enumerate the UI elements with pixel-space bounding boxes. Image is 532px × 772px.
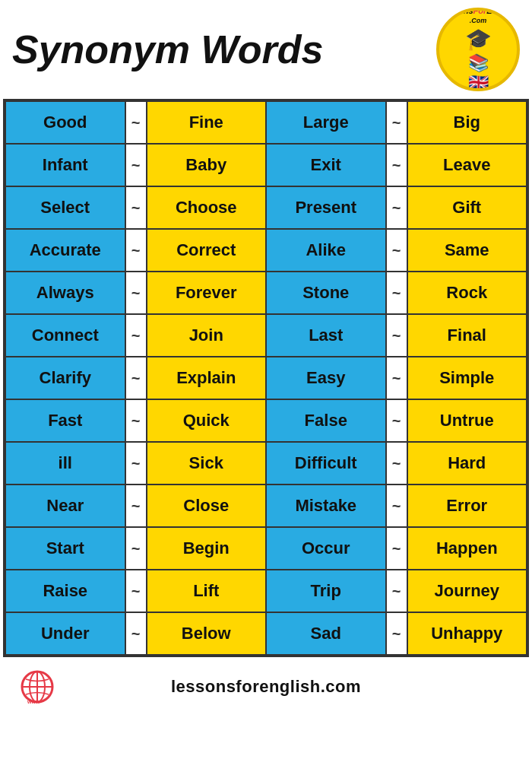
right-synonym: Unhappy [407, 612, 527, 655]
books-icon: 📚 [468, 53, 489, 73]
graduation-icon: 🎓 [465, 27, 492, 52]
left-word: Good [5, 101, 125, 144]
right-tilde: ~ [386, 186, 407, 229]
globe-icon: www [18, 668, 56, 706]
footer-url: lessonsforenglish.com [171, 677, 361, 697]
right-word: Present [266, 186, 386, 229]
right-word: Large [266, 101, 386, 144]
right-tilde: ~ [386, 144, 407, 186]
right-synonym: Untrue [407, 399, 527, 442]
left-word: Near [5, 484, 125, 527]
right-synonym: Happen [407, 527, 527, 570]
left-tilde: ~ [125, 272, 147, 314]
left-word: Infant [5, 144, 125, 186]
flag-icon: 🇬🇧 [468, 73, 489, 91]
left-word: Always [5, 272, 125, 314]
left-word: Start [5, 527, 125, 570]
right-tilde: ~ [386, 101, 407, 144]
header: Synonym Words LessonsForEnglish.Com 🎓 📚 … [0, 0, 532, 96]
right-tilde: ~ [386, 570, 407, 612]
left-tilde: ~ [125, 229, 147, 272]
right-tilde: ~ [386, 399, 407, 442]
left-synonym: Below [147, 612, 267, 655]
right-synonym: Gift [407, 186, 527, 229]
left-word: Connect [5, 314, 125, 357]
globe-svg: www [18, 668, 56, 706]
left-synonym: Sick [147, 442, 267, 484]
left-synonym: Quick [147, 399, 267, 442]
right-synonym: Same [407, 229, 527, 272]
left-word: ill [5, 442, 125, 484]
right-synonym: Big [407, 101, 527, 144]
left-word: Clarify [5, 357, 125, 399]
right-word: Exit [266, 144, 386, 186]
left-tilde: ~ [125, 527, 147, 570]
table-grid: Good~FineLarge~BigInfant~BabyExit~LeaveS… [5, 101, 527, 655]
left-tilde: ~ [125, 442, 147, 484]
right-synonym: Hard [407, 442, 527, 484]
left-synonym: Lift [147, 570, 267, 612]
left-synonym: Close [147, 484, 267, 527]
left-tilde: ~ [125, 144, 147, 186]
right-tilde: ~ [386, 612, 407, 655]
right-synonym: Journey [407, 570, 527, 612]
left-synonym: Fine [147, 101, 267, 144]
right-synonym: Simple [407, 357, 527, 399]
right-word: Alike [266, 229, 386, 272]
right-tilde: ~ [386, 229, 407, 272]
right-tilde: ~ [386, 314, 407, 357]
left-tilde: ~ [125, 612, 147, 655]
right-word: Trip [266, 570, 386, 612]
left-synonym: Join [147, 314, 267, 357]
right-tilde: ~ [386, 527, 407, 570]
right-word: False [266, 399, 386, 442]
left-word: Select [5, 186, 125, 229]
left-synonym: Choose [147, 186, 267, 229]
page-title: Synonym Words [12, 30, 323, 69]
right-synonym: Final [407, 314, 527, 357]
left-synonym: Begin [147, 527, 267, 570]
right-word: Stone [266, 272, 386, 314]
left-synonym: Forever [147, 272, 267, 314]
left-synonym: Baby [147, 144, 267, 186]
right-word: Mistake [266, 484, 386, 527]
left-word: Accurate [5, 229, 125, 272]
left-tilde: ~ [125, 570, 147, 612]
right-word: Easy [266, 357, 386, 399]
right-word: Occur [266, 527, 386, 570]
right-tilde: ~ [386, 442, 407, 484]
synonym-table: Good~FineLarge~BigInfant~BabyExit~LeaveS… [3, 99, 529, 657]
left-word: Fast [5, 399, 125, 442]
logo-text: LessonsForEnglish.Com [439, 8, 517, 25]
left-synonym: Explain [147, 357, 267, 399]
left-word: Raise [5, 570, 125, 612]
left-tilde: ~ [125, 357, 147, 399]
footer: www lessonsforenglish.com [3, 660, 529, 713]
left-tilde: ~ [125, 484, 147, 527]
svg-text:www: www [27, 699, 40, 704]
left-tilde: ~ [125, 186, 147, 229]
right-tilde: ~ [386, 357, 407, 399]
right-word: Difficult [266, 442, 386, 484]
right-synonym: Leave [407, 144, 527, 186]
left-word: Under [5, 612, 125, 655]
left-tilde: ~ [125, 314, 147, 357]
right-synonym: Error [407, 484, 527, 527]
logo: LessonsForEnglish.Com 🎓 📚 🇬🇧 [436, 8, 520, 91]
right-tilde: ~ [386, 484, 407, 527]
right-word: Last [266, 314, 386, 357]
left-synonym: Correct [147, 229, 267, 272]
left-tilde: ~ [125, 399, 147, 442]
right-word: Sad [266, 612, 386, 655]
left-tilde: ~ [125, 101, 147, 144]
right-synonym: Rock [407, 272, 527, 314]
right-tilde: ~ [386, 272, 407, 314]
